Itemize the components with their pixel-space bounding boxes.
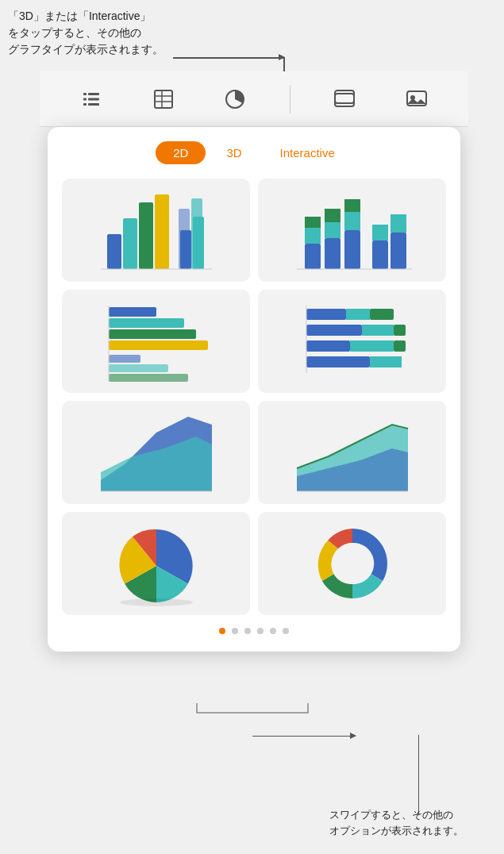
svg-rect-33 bbox=[372, 240, 388, 269]
swipe-bracket bbox=[189, 703, 316, 719]
svg-rect-2 bbox=[83, 98, 87, 100]
dot-5[interactable] bbox=[270, 628, 276, 634]
chart-grid bbox=[59, 179, 449, 615]
svg-rect-41 bbox=[109, 340, 208, 350]
svg-point-60 bbox=[120, 598, 193, 606]
dot-6[interactable] bbox=[283, 628, 289, 634]
svg-rect-55 bbox=[306, 356, 370, 367]
tab-3d[interactable]: 3D bbox=[209, 141, 259, 164]
toolbar-divider bbox=[290, 85, 290, 113]
svg-rect-42 bbox=[109, 355, 140, 363]
svg-rect-28 bbox=[325, 222, 340, 238]
svg-rect-27 bbox=[325, 238, 340, 269]
svg-rect-34 bbox=[372, 225, 388, 240]
svg-rect-24 bbox=[305, 244, 321, 269]
page-dots bbox=[59, 628, 449, 634]
svg-rect-38 bbox=[109, 307, 156, 317]
list-icon[interactable] bbox=[74, 82, 109, 117]
svg-rect-22 bbox=[191, 198, 202, 269]
svg-rect-15 bbox=[107, 234, 121, 269]
chart-cell-vertical-bar-multi[interactable] bbox=[62, 179, 250, 282]
chart-cell-pie[interactable] bbox=[62, 512, 250, 615]
svg-rect-11 bbox=[335, 90, 354, 103]
svg-rect-52 bbox=[306, 340, 350, 352]
svg-rect-26 bbox=[305, 217, 321, 228]
annotation-top: 「3D」または「Interactive」 をタップすると、その他の グラフタイプ… bbox=[8, 8, 183, 58]
svg-rect-17 bbox=[139, 202, 153, 269]
svg-rect-6 bbox=[155, 90, 172, 108]
svg-rect-3 bbox=[88, 98, 99, 100]
svg-rect-4 bbox=[83, 103, 87, 106]
annotation-bottom: スワイプすると、その他の オプションが表示されます。 bbox=[329, 807, 480, 838]
svg-rect-1 bbox=[88, 93, 99, 95]
chart-cell-vertical-bar-stacked[interactable] bbox=[258, 179, 446, 282]
chart-cell-horizontal-bar-stacked[interactable] bbox=[258, 290, 446, 393]
tab-2d[interactable]: 2D bbox=[156, 141, 206, 164]
svg-rect-39 bbox=[109, 318, 184, 328]
svg-rect-0 bbox=[83, 93, 87, 95]
svg-rect-18 bbox=[155, 194, 169, 269]
media-icon[interactable] bbox=[399, 82, 434, 117]
dot-3[interactable] bbox=[244, 628, 251, 634]
svg-rect-49 bbox=[306, 325, 362, 336]
svg-rect-36 bbox=[391, 214, 406, 233]
stack-icon[interactable] bbox=[327, 82, 362, 117]
svg-rect-46 bbox=[306, 309, 346, 320]
table-icon[interactable] bbox=[146, 82, 181, 117]
tab-interactive[interactable]: Interactive bbox=[263, 141, 352, 164]
svg-rect-31 bbox=[344, 212, 360, 230]
chart-cell-horizontal-bar-multi[interactable] bbox=[62, 290, 250, 393]
svg-rect-29 bbox=[325, 209, 340, 222]
svg-rect-25 bbox=[305, 228, 321, 244]
chart-cell-area-line[interactable] bbox=[258, 401, 446, 504]
svg-rect-16 bbox=[123, 218, 137, 269]
svg-rect-12 bbox=[335, 94, 354, 106]
toolbar bbox=[40, 71, 468, 127]
svg-rect-43 bbox=[109, 364, 168, 372]
svg-rect-51 bbox=[394, 325, 406, 336]
svg-rect-53 bbox=[350, 340, 394, 352]
chart-cell-donut[interactable] bbox=[258, 512, 446, 615]
svg-rect-32 bbox=[344, 199, 360, 212]
dot-2[interactable] bbox=[232, 628, 238, 634]
svg-rect-54 bbox=[394, 340, 406, 352]
tab-bar: 2D 3D Interactive bbox=[59, 141, 449, 164]
svg-rect-48 bbox=[370, 309, 394, 320]
svg-rect-44 bbox=[109, 374, 188, 382]
chart-cell-area-multi[interactable] bbox=[62, 401, 250, 504]
svg-rect-56 bbox=[370, 356, 402, 367]
dot-4[interactable] bbox=[257, 628, 264, 634]
svg-rect-21 bbox=[179, 209, 190, 269]
chart-popup: 2D 3D Interactive bbox=[48, 127, 460, 652]
arrow-bottom-vertical bbox=[418, 735, 420, 814]
svg-rect-47 bbox=[346, 309, 370, 320]
arrow-line-horizontal bbox=[173, 57, 284, 59]
svg-rect-35 bbox=[391, 233, 406, 269]
svg-rect-50 bbox=[362, 325, 394, 336]
svg-rect-40 bbox=[109, 329, 196, 339]
arrow-bottom-horizontal bbox=[252, 736, 356, 737]
chart-icon[interactable] bbox=[217, 82, 252, 117]
svg-rect-30 bbox=[344, 230, 360, 269]
svg-point-61 bbox=[332, 543, 373, 584]
dot-1[interactable] bbox=[219, 628, 225, 634]
svg-rect-5 bbox=[88, 103, 99, 106]
